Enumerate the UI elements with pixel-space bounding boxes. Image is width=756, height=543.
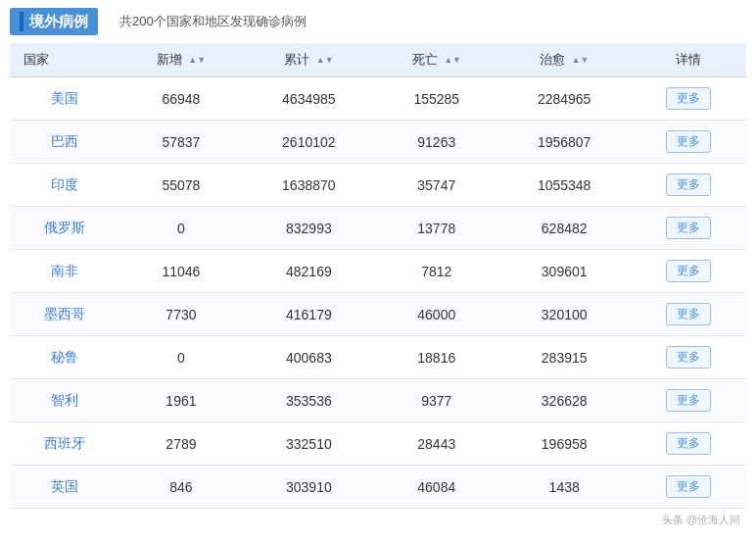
cell-recovered: 628482: [498, 207, 630, 250]
cell-recovered: 320100: [498, 293, 630, 336]
more-button[interactable]: 更多: [666, 217, 711, 239]
cell-new-cases: 66948: [119, 77, 244, 121]
cell-recovered: 1956807: [498, 121, 630, 164]
col-recovered[interactable]: 治愈 ▲▼: [498, 43, 630, 77]
cell-total: 332510: [243, 422, 374, 466]
cell-detail[interactable]: 更多: [630, 121, 746, 164]
cell-recovered: 326628: [498, 379, 630, 422]
cell-detail[interactable]: 更多: [630, 422, 746, 466]
cell-detail[interactable]: 更多: [630, 336, 746, 379]
cell-country[interactable]: 美国: [10, 77, 119, 121]
cell-country[interactable]: 墨西哥: [10, 293, 119, 336]
col-country: 国家: [10, 43, 119, 77]
more-button[interactable]: 更多: [666, 389, 711, 412]
more-button[interactable]: 更多: [666, 260, 711, 282]
section-label: 境外病例: [10, 8, 98, 35]
cell-total: 482169: [243, 250, 374, 293]
cell-total: 2610102: [243, 121, 374, 164]
watermark: 头条 @沧海人间: [10, 509, 746, 529]
cell-new-cases: 7730: [119, 293, 244, 336]
table-header: 国家 新增 ▲▼ 累计 ▲▼ 死亡 ▲▼ 治愈 ▲▼: [10, 43, 746, 77]
table-row: 英国846303910460841438更多: [10, 466, 746, 509]
cell-detail[interactable]: 更多: [630, 466, 746, 509]
cell-deaths: 46084: [374, 466, 498, 509]
more-button[interactable]: 更多: [666, 346, 711, 369]
cell-country[interactable]: 印度: [10, 164, 119, 207]
header: 境外病例 共200个国家和地区发现确诊病例: [10, 8, 746, 35]
cell-new-cases: 1961: [119, 379, 244, 422]
table-row: 印度550781638870357471055348更多: [10, 164, 746, 207]
subtitle: 共200个国家和地区发现确诊病例: [119, 13, 307, 30]
col-deaths[interactable]: 死亡 ▲▼: [374, 43, 498, 77]
cell-detail[interactable]: 更多: [630, 293, 746, 336]
cell-new-cases: 55078: [119, 164, 244, 207]
more-button[interactable]: 更多: [666, 173, 711, 196]
cell-detail[interactable]: 更多: [630, 379, 746, 422]
header-row: 国家 新增 ▲▼ 累计 ▲▼ 死亡 ▲▼ 治愈 ▲▼: [10, 43, 746, 77]
cell-new-cases: 11046: [119, 250, 244, 293]
table-row: 俄罗斯083299313778628482更多: [10, 207, 746, 250]
sort-arrows-recovered: ▲▼: [572, 56, 590, 65]
cell-total: 1638870: [243, 164, 374, 207]
sort-arrows-new: ▲▼: [188, 56, 206, 65]
more-button[interactable]: 更多: [666, 475, 711, 498]
cell-deaths: 9377: [374, 379, 498, 422]
section-label-text: 境外病例: [29, 13, 88, 31]
sort-arrows-deaths: ▲▼: [444, 56, 461, 65]
cell-detail[interactable]: 更多: [630, 164, 746, 207]
cell-recovered: 283915: [498, 336, 630, 379]
cell-country[interactable]: 巴西: [10, 121, 119, 164]
cell-deaths: 13778: [374, 207, 498, 250]
cell-deaths: 155285: [374, 77, 498, 121]
cell-deaths: 46000: [374, 293, 498, 336]
more-button[interactable]: 更多: [666, 432, 711, 455]
cell-new-cases: 57837: [119, 121, 244, 164]
table-body: 美国6694846349851552852284965更多巴西578372610…: [10, 77, 746, 509]
cell-new-cases: 0: [119, 207, 244, 250]
cell-country[interactable]: 俄罗斯: [10, 207, 119, 250]
table-row: 西班牙278933251028443196958更多: [10, 422, 746, 466]
more-button[interactable]: 更多: [666, 130, 711, 153]
cell-detail[interactable]: 更多: [630, 77, 746, 121]
header-title-bar: 境外病例 共200个国家和地区发现确诊病例: [10, 8, 307, 35]
cell-deaths: 7812: [374, 250, 498, 293]
cell-total: 4634985: [243, 77, 374, 121]
cell-recovered: 196958: [498, 422, 630, 466]
cell-detail[interactable]: 更多: [630, 250, 746, 293]
cell-country[interactable]: 西班牙: [10, 422, 119, 466]
sort-arrows-total: ▲▼: [316, 56, 334, 65]
cell-recovered: 1438: [498, 466, 630, 509]
main-container: 境外病例 共200个国家和地区发现确诊病例 国家 新增 ▲▼ 累计 ▲▼ 死亡: [0, 0, 756, 537]
cell-total: 353536: [243, 379, 374, 422]
cell-total: 400683: [243, 336, 374, 379]
more-button[interactable]: 更多: [666, 87, 711, 110]
table-row: 美国6694846349851552852284965更多: [10, 77, 746, 121]
col-detail: 详情: [630, 43, 746, 77]
table-row: 秘鲁040068318816283915更多: [10, 336, 746, 379]
cell-detail[interactable]: 更多: [630, 207, 746, 250]
more-button[interactable]: 更多: [666, 303, 711, 325]
cell-country[interactable]: 英国: [10, 466, 119, 509]
cell-deaths: 91263: [374, 121, 498, 164]
table-row: 巴西578372610102912631956807更多: [10, 121, 746, 164]
cell-recovered: 309601: [498, 250, 630, 293]
cell-country[interactable]: 秘鲁: [10, 336, 119, 379]
cell-new-cases: 846: [119, 466, 244, 509]
overseas-cases-table: 国家 新增 ▲▼ 累计 ▲▼ 死亡 ▲▼ 治愈 ▲▼: [10, 43, 746, 509]
cell-country[interactable]: 智利: [10, 379, 119, 422]
cell-deaths: 28443: [374, 422, 498, 466]
cell-total: 416179: [243, 293, 374, 336]
cell-country[interactable]: 南非: [10, 250, 119, 293]
table-row: 南非110464821697812309601更多: [10, 250, 746, 293]
table-row: 墨西哥773041617946000320100更多: [10, 293, 746, 336]
cell-deaths: 35747: [374, 164, 498, 207]
col-new-cases[interactable]: 新增 ▲▼: [119, 43, 244, 77]
cell-new-cases: 0: [119, 336, 244, 379]
cell-total: 303910: [243, 466, 374, 509]
cell-recovered: 1055348: [498, 164, 630, 207]
col-total[interactable]: 累计 ▲▼: [243, 43, 374, 77]
table-row: 智利19613535369377326628更多: [10, 379, 746, 422]
cell-deaths: 18816: [374, 336, 498, 379]
cell-new-cases: 2789: [119, 422, 244, 466]
cell-recovered: 2284965: [498, 77, 630, 121]
